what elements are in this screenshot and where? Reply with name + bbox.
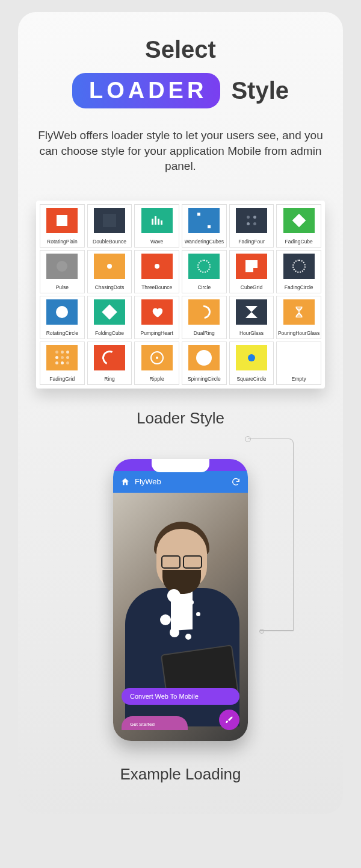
refresh-icon[interactable]: [231, 477, 241, 487]
loader-swatch-icon: [277, 296, 321, 328]
loader-swatch-icon: [88, 296, 132, 328]
heading-style: Style: [231, 77, 289, 104]
loader-option[interactable]: WanderingCubes: [182, 204, 227, 248]
loader-swatch-icon: [230, 251, 274, 282]
loader-swatch-icon: [230, 296, 274, 328]
app-title: FlyWeb: [135, 477, 161, 486]
heading-pill: LOADER: [72, 73, 220, 108]
loader-swatch-icon: [40, 296, 84, 328]
loader-option[interactable]: SquareCircle: [229, 342, 274, 385]
loader-swatch-icon: [135, 342, 179, 373]
phone-mockup: FlyWeb Convert Web To Mob: [113, 459, 248, 741]
loader-grid: RotatingPlainDoubleBounceWaveWanderingCu…: [36, 201, 325, 389]
loader-swatch-icon: [182, 342, 226, 373]
loader-swatch-icon: [182, 251, 226, 282]
heading-row: LOADER Style: [35, 73, 326, 108]
loader-option[interactable]: Wave: [134, 204, 179, 248]
loader-label: Ripple: [150, 375, 164, 384]
loader-option[interactable]: Ripple: [134, 342, 179, 385]
loader-option[interactable]: FadingFour: [229, 204, 274, 248]
loader-option[interactable]: RotatingCircle: [40, 296, 85, 339]
loader-swatch-icon: [277, 342, 321, 373]
loader-swatch-icon: [88, 342, 132, 373]
loading-spinner-icon: [144, 583, 217, 643]
loader-swatch-icon: [277, 251, 321, 282]
loader-label: ChasingDots: [95, 283, 125, 293]
description-text: FlyWeb offers loader style to let your u…: [35, 128, 326, 174]
loader-option[interactable]: DoubleBounce: [87, 204, 132, 248]
loader-swatch-icon: [182, 205, 226, 236]
loader-label: FoldingCube: [95, 329, 124, 339]
loader-label: PumpingHeart: [140, 329, 173, 339]
loader-option[interactable]: CubeGrid: [229, 250, 274, 293]
loader-label: Pulse: [56, 283, 69, 293]
loader-option[interactable]: FoldingCube: [87, 296, 132, 339]
loader-swatch-icon: [277, 205, 321, 236]
convert-pill[interactable]: Convert Web To Mobile: [122, 688, 239, 705]
loader-option[interactable]: SpinningCircle: [182, 342, 227, 385]
loader-swatch-icon: [230, 205, 274, 236]
loader-label: CubeGrid: [241, 283, 262, 293]
home-icon[interactable]: [120, 477, 130, 487]
loader-label: DualRing: [194, 329, 215, 339]
loader-option[interactable]: Empty: [276, 342, 321, 385]
loader-label: ThreeBounce: [141, 283, 172, 293]
example-loading-label: Example Loading: [35, 765, 326, 784]
loader-style-label: Loader Style: [35, 409, 326, 428]
phone-notch: [152, 459, 209, 472]
loader-option[interactable]: FadingCube: [276, 204, 321, 248]
loader-label: HourGlass: [239, 329, 264, 339]
loader-label: Ring: [104, 375, 114, 384]
loader-swatch-icon: [88, 205, 132, 236]
connector-line: [248, 439, 294, 631]
loader-label: FadingCube: [285, 237, 313, 247]
loader-label: Circle: [197, 283, 211, 293]
loader-swatch-icon: [135, 205, 179, 236]
loader-option[interactable]: Circle: [182, 250, 227, 293]
loader-label: SpinningCircle: [188, 375, 221, 384]
loader-swatch-icon: [182, 296, 226, 328]
loader-option[interactable]: RotatingPlain: [40, 204, 85, 248]
loader-option[interactable]: ChasingDots: [87, 250, 132, 293]
loader-label: FadingCircle: [285, 283, 313, 293]
loader-option[interactable]: PouringHourGlass: [276, 296, 321, 339]
loader-swatch-icon: [88, 251, 132, 282]
loader-option[interactable]: Ring: [87, 342, 132, 385]
loader-label: DoubleBounce: [93, 237, 126, 247]
loader-option[interactable]: ThreeBounce: [134, 250, 179, 293]
app-bar: FlyWeb: [113, 471, 248, 493]
loader-swatch-icon: [40, 251, 84, 282]
loader-swatch-icon: [135, 251, 179, 282]
loader-label: RotatingCircle: [46, 329, 78, 339]
loader-label: FadingGrid: [49, 375, 75, 384]
loader-label: Empty: [292, 375, 306, 384]
loader-option[interactable]: Pulse: [40, 250, 85, 293]
loader-swatch-icon: [230, 342, 274, 373]
loader-label: PouringHourGlass: [278, 329, 319, 339]
loader-option[interactable]: PumpingHeart: [134, 296, 179, 339]
loader-option[interactable]: HourGlass: [229, 296, 274, 339]
heading-select: Select: [35, 36, 326, 63]
loader-option[interactable]: FadingCircle: [276, 250, 321, 293]
loader-option[interactable]: FadingGrid: [40, 342, 85, 385]
loader-label: WanderingCubes: [185, 237, 224, 247]
loader-swatch-icon: [40, 205, 84, 236]
loader-label: FadingFour: [238, 237, 264, 247]
phone-hero: Convert Web To Mobile Get Started: [113, 493, 248, 741]
fab-brush[interactable]: [219, 710, 239, 730]
loader-label: SquareCircle: [236, 375, 266, 384]
app-bar-left: FlyWeb: [120, 477, 161, 487]
loader-label: RotatingPlain: [47, 237, 78, 247]
feature-card: Select LOADER Style FlyWeb offers loader…: [18, 12, 343, 814]
loader-swatch-icon: [135, 296, 179, 328]
loader-option[interactable]: DualRing: [182, 296, 227, 339]
brush-icon: [224, 715, 234, 725]
loader-label: Wave: [150, 237, 163, 247]
get-started-button[interactable]: Get Started: [122, 716, 188, 730]
loader-swatch-icon: [40, 342, 84, 373]
phone-preview-container: FlyWeb Convert Web To Mob: [113, 459, 248, 741]
